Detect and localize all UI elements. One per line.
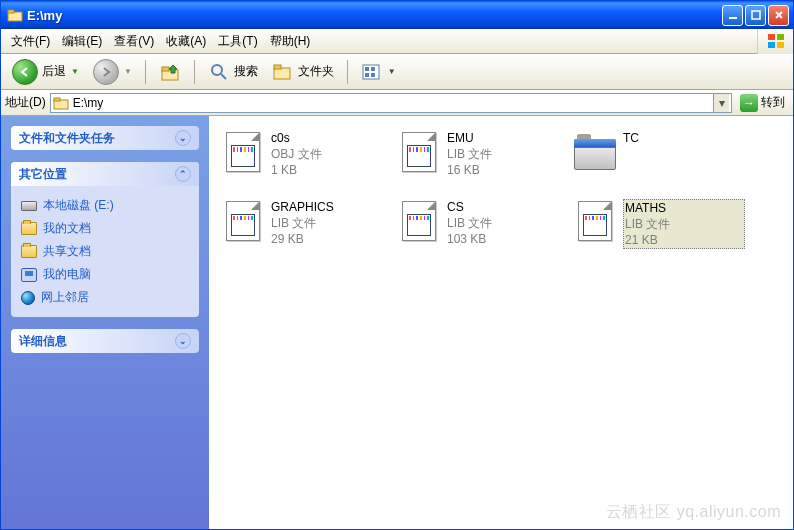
panel-title: 其它位置 xyxy=(19,166,67,183)
search-icon xyxy=(208,61,230,83)
go-arrow-icon: → xyxy=(740,94,758,112)
folder-icon xyxy=(21,222,37,235)
file-tile[interactable]: GRAPHICSLIB 文件29 KB xyxy=(219,197,395,252)
back-button[interactable]: 后退 ▼ xyxy=(7,55,84,89)
file-size: 29 KB xyxy=(271,231,393,247)
file-size: 103 KB xyxy=(447,231,569,247)
svg-rect-9 xyxy=(162,67,169,71)
menu-view[interactable]: 查看(V) xyxy=(108,30,160,53)
go-button[interactable]: → 转到 xyxy=(736,94,789,112)
computer-icon xyxy=(21,268,37,282)
menu-favorites[interactable]: 收藏(A) xyxy=(160,30,212,53)
file-icon xyxy=(402,132,436,172)
file-tile[interactable]: EMULIB 文件16 KB xyxy=(395,128,571,181)
file-type: LIB 文件 xyxy=(625,216,743,232)
place-link-1[interactable]: 我的文档 xyxy=(21,217,189,240)
svg-point-10 xyxy=(212,65,222,75)
svg-rect-12 xyxy=(274,68,290,79)
file-meta: EMULIB 文件16 KB xyxy=(447,130,569,179)
svg-rect-5 xyxy=(777,34,784,40)
search-button[interactable]: 搜索 xyxy=(203,57,263,87)
folder-icon xyxy=(7,7,23,23)
file-tile[interactable]: MATHSLIB 文件21 KB xyxy=(571,197,747,252)
menu-tools[interactable]: 工具(T) xyxy=(212,30,263,53)
collapse-icon: ⌃ xyxy=(175,166,191,182)
address-bar: 地址(D) ▾ → 转到 xyxy=(1,90,793,116)
chevron-down-icon: ▼ xyxy=(388,67,396,76)
windows-flag-icon xyxy=(757,29,793,54)
other-places-header[interactable]: 其它位置 ⌃ xyxy=(11,162,199,186)
place-label: 我的电脑 xyxy=(43,266,91,283)
svg-rect-17 xyxy=(365,73,369,77)
separator xyxy=(194,60,195,84)
expand-icon: ⌄ xyxy=(175,333,191,349)
file-meta: GRAPHICSLIB 文件29 KB xyxy=(271,199,393,250)
place-label: 本地磁盘 (E:) xyxy=(43,197,114,214)
file-type: OBJ 文件 xyxy=(271,146,393,162)
file-type: LIB 文件 xyxy=(447,215,569,231)
address-input[interactable] xyxy=(73,96,713,110)
place-link-2[interactable]: 共享文档 xyxy=(21,240,189,263)
file-type: LIB 文件 xyxy=(447,146,569,162)
file-tile[interactable]: TC xyxy=(571,128,747,181)
file-meta: TC xyxy=(623,130,745,179)
file-name: EMU xyxy=(447,130,569,146)
file-type: LIB 文件 xyxy=(271,215,393,231)
go-label: 转到 xyxy=(761,94,785,111)
file-size: 1 KB xyxy=(271,162,393,178)
place-label: 共享文档 xyxy=(43,243,91,260)
minimize-button[interactable] xyxy=(722,5,743,26)
file-meta: CSLIB 文件103 KB xyxy=(447,199,569,250)
body: 文件和文件夹任务 ⌄ 其它位置 ⌃ 本地磁盘 (E:)我的文档共享文档我的电脑网… xyxy=(1,116,793,529)
svg-rect-15 xyxy=(365,67,369,71)
up-button[interactable] xyxy=(154,57,186,87)
views-icon xyxy=(361,62,383,82)
address-dropdown[interactable]: ▾ xyxy=(713,94,729,112)
toolbar: 后退 ▼ ▼ 搜索 文件夹 ▼ xyxy=(1,54,793,90)
file-icon xyxy=(402,201,436,241)
file-meta: MATHSLIB 文件21 KB xyxy=(623,199,745,250)
details-header[interactable]: 详细信息 ⌄ xyxy=(11,329,199,353)
svg-rect-7 xyxy=(777,42,784,48)
file-tasks-panel: 文件和文件夹任务 ⌄ xyxy=(11,126,199,150)
address-label: 地址(D) xyxy=(5,94,46,111)
views-button[interactable]: ▼ xyxy=(356,58,401,86)
other-places-body: 本地磁盘 (E:)我的文档共享文档我的电脑网上邻居 xyxy=(11,186,199,317)
file-tile[interactable]: CSLIB 文件103 KB xyxy=(395,197,571,252)
place-label: 网上邻居 xyxy=(41,289,89,306)
explorer-window: E:\my 文件(F) 编辑(E) 查看(V) 收藏(A) 工具(T) 帮助(H… xyxy=(0,0,794,530)
file-meta: c0sOBJ 文件1 KB xyxy=(271,130,393,179)
file-icon xyxy=(226,132,260,172)
forward-button[interactable]: ▼ xyxy=(88,55,137,89)
globe-icon xyxy=(21,291,35,305)
folder-icon xyxy=(53,95,69,111)
file-name: GRAPHICS xyxy=(271,199,393,215)
menu-file[interactable]: 文件(F) xyxy=(5,30,56,53)
svg-rect-3 xyxy=(752,11,760,19)
svg-rect-2 xyxy=(729,17,737,19)
place-link-0[interactable]: 本地磁盘 (E:) xyxy=(21,194,189,217)
menu-edit[interactable]: 编辑(E) xyxy=(56,30,108,53)
disk-icon xyxy=(21,201,37,211)
svg-rect-6 xyxy=(768,42,775,48)
folders-button[interactable]: 文件夹 xyxy=(267,57,339,87)
file-pane[interactable]: c0sOBJ 文件1 KBEMULIB 文件16 KBTCGRAPHICSLIB… xyxy=(209,116,793,529)
file-name: CS xyxy=(447,199,569,215)
address-field[interactable]: ▾ xyxy=(50,93,732,113)
file-icon xyxy=(226,201,260,241)
maximize-button[interactable] xyxy=(745,5,766,26)
separator xyxy=(347,60,348,84)
menu-help[interactable]: 帮助(H) xyxy=(264,30,317,53)
panel-title: 文件和文件夹任务 xyxy=(19,130,115,147)
title-bar[interactable]: E:\my xyxy=(1,1,793,29)
file-tasks-header[interactable]: 文件和文件夹任务 ⌄ xyxy=(11,126,199,150)
place-link-3[interactable]: 我的电脑 xyxy=(21,263,189,286)
folders-icon xyxy=(272,61,294,83)
place-link-4[interactable]: 网上邻居 xyxy=(21,286,189,309)
close-button[interactable] xyxy=(768,5,789,26)
search-label: 搜索 xyxy=(234,63,258,80)
file-tile[interactable]: c0sOBJ 文件1 KB xyxy=(219,128,395,181)
watermark: 云栖社区 yq.aliyun.com xyxy=(606,502,781,523)
tiles-container: c0sOBJ 文件1 KBEMULIB 文件16 KBTCGRAPHICSLIB… xyxy=(219,128,783,267)
file-icon xyxy=(578,201,612,241)
